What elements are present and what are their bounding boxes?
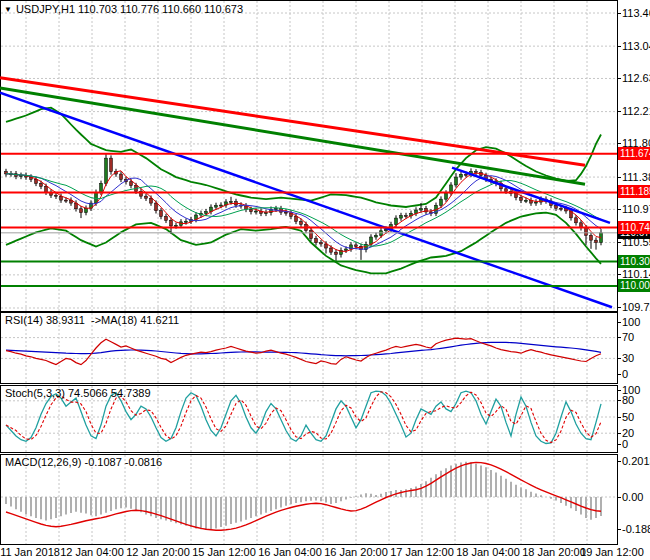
time-axis-label: 16 Jan 04:00 xyxy=(258,546,322,558)
resistance-price-badge: 110.740 xyxy=(618,221,650,234)
axis-tick xyxy=(617,209,621,210)
price-axis-label: 110.970 xyxy=(622,203,650,215)
macd-histogram xyxy=(6,462,601,530)
price-axis-label: 109.720 xyxy=(622,301,650,313)
main-chart-surface[interactable] xyxy=(0,0,618,312)
bollinger-bands xyxy=(6,108,601,274)
price-axis[interactable]: 113.460113.040112.630112.210111.800111.3… xyxy=(618,0,650,560)
time-axis-label: 18 Jan 04:00 xyxy=(456,546,520,558)
rsi-scale-label: 0 xyxy=(622,368,628,380)
axis-tick xyxy=(617,390,621,391)
stoch-scale-label: 80 xyxy=(622,394,634,406)
time-axis-label: 12 Jan 20:00 xyxy=(126,546,190,558)
time-axis-label: 15 Jan 12:00 xyxy=(192,546,256,558)
rsi-grid xyxy=(1,338,617,359)
ma-ribbon xyxy=(6,171,601,252)
panel-border xyxy=(1,455,618,545)
support-price-badge: 110.000 xyxy=(618,279,650,292)
macd-label: MACD(12,26,9) -0.1087 -0.0816 xyxy=(5,456,162,468)
price-axis-label: 111.380 xyxy=(622,171,650,183)
price-axis-label: 113.460 xyxy=(622,7,650,19)
axis-tick xyxy=(617,322,621,323)
axis-tick xyxy=(617,78,621,79)
chart-title: USDJPY,H1 110.703 110.776 110.660 110.67… xyxy=(16,3,243,15)
axis-tick xyxy=(617,111,621,112)
macd-scale-label: -0.1884 xyxy=(622,523,650,535)
rsi-scale-label: 70 xyxy=(622,331,634,343)
stoch-scale-label: 0 xyxy=(622,438,628,450)
axis-tick xyxy=(617,358,621,359)
rsi-label: RSI(14) 38.9311 ->MA(18) 41.6211 xyxy=(5,314,179,326)
rsi-scale-label: 100 xyxy=(622,316,640,328)
stoch-scale-label: 50 xyxy=(622,411,634,423)
axis-tick xyxy=(617,177,621,178)
axis-tick xyxy=(617,529,621,530)
support-price-badge: 110.309 xyxy=(618,255,650,268)
axis-tick xyxy=(617,400,621,401)
price-axis-label: 113.040 xyxy=(622,40,650,52)
axis-tick xyxy=(617,433,621,434)
time-axis-label: 12 Jan 04:00 xyxy=(60,546,124,558)
time-axis-label: 16 Jan 20:00 xyxy=(324,546,388,558)
axis-tick xyxy=(617,374,621,375)
axis-tick xyxy=(617,46,621,47)
axis-tick xyxy=(617,242,621,243)
axis-tick xyxy=(617,444,621,445)
price-axis-label: 112.210 xyxy=(622,105,650,117)
axis-tick xyxy=(617,13,621,14)
symbol-dropdown-icon[interactable]: ▼ xyxy=(4,5,12,14)
price-axis-label: 112.630 xyxy=(622,72,650,84)
resistance-price-badge: 111.674 xyxy=(618,147,650,160)
axis-tick xyxy=(617,143,621,144)
axis-tick xyxy=(617,307,621,308)
macd-scale-label: 0.2013 xyxy=(622,455,650,467)
rsi-scale-label: 30 xyxy=(622,352,634,364)
stoch-label: Stoch(5,3,3) 74.5066 54.7389 xyxy=(5,387,151,399)
macd-scale-label: 0.00 xyxy=(622,491,643,503)
axis-tick xyxy=(617,417,621,418)
time-axis-label: 19 Jan 12:00 xyxy=(580,546,644,558)
axis-tick xyxy=(617,461,621,462)
chart-title-bar: ▼USDJPY,H1 110.703 110.776 110.660 110.6… xyxy=(4,3,243,15)
chart-window: ▼USDJPY,H1 110.703 110.776 110.660 110.6… xyxy=(0,0,650,560)
horizontal-grid xyxy=(1,13,617,308)
time-axis-label: 17 Jan 12:00 xyxy=(390,546,454,558)
main-chart-panel[interactable] xyxy=(0,0,618,312)
time-axis[interactable]: 11 Jan 201812 Jan 04:0012 Jan 20:0015 Ja… xyxy=(0,545,650,560)
vertical-grid xyxy=(26,1,587,311)
axis-tick xyxy=(617,497,621,498)
stoch-grid xyxy=(1,401,617,433)
resistance-price-badge: 111.185 xyxy=(618,185,650,198)
time-axis-label: 18 Jan 20:00 xyxy=(522,546,586,558)
axis-tick xyxy=(617,337,621,338)
time-axis-label: 11 Jan 2018 xyxy=(0,546,60,558)
axis-tick xyxy=(617,274,621,275)
